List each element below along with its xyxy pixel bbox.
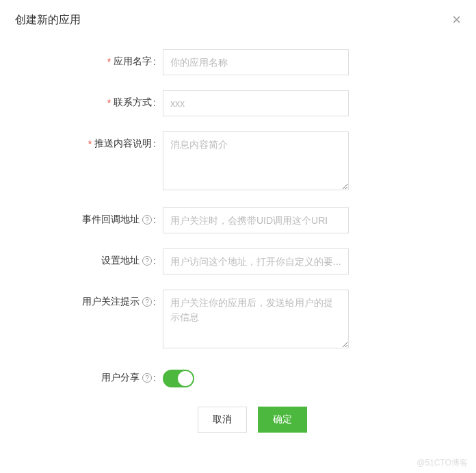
help-icon[interactable]: ? <box>142 373 152 383</box>
confirm-button[interactable]: 确定 <box>258 407 307 433</box>
contact-input[interactable] <box>163 90 349 116</box>
required-marker: * <box>107 56 111 67</box>
push-desc-textarea[interactable] <box>163 131 349 190</box>
app-name-input[interactable] <box>163 49 349 75</box>
required-marker: * <box>107 97 111 108</box>
user-share-label: 用户分享 ? : <box>0 366 156 384</box>
callback-url-input[interactable] <box>163 207 349 233</box>
close-icon[interactable]: × <box>452 12 461 27</box>
toggle-knob <box>178 371 193 386</box>
dialog-title: 创建新的应用 <box>15 13 81 27</box>
follow-tip-textarea[interactable] <box>163 290 349 348</box>
setting-addr-input[interactable] <box>163 248 349 274</box>
callback-url-label: 事件回调地址 ? : <box>0 207 156 226</box>
user-share-toggle[interactable] <box>163 370 194 387</box>
create-app-form: * 应用名字 : * 联系方式 : * 推送内容说明 : 事件回调地址 ? <box>0 36 476 433</box>
app-name-label: * 应用名字 : <box>0 49 156 68</box>
help-icon[interactable]: ? <box>142 297 152 307</box>
push-desc-label: * 推送内容说明 : <box>0 131 156 150</box>
help-icon[interactable]: ? <box>142 256 152 266</box>
setting-addr-label: 设置地址 ? : <box>0 248 156 267</box>
follow-tip-label: 用户关注提示 ? : <box>0 290 156 308</box>
help-icon[interactable]: ? <box>142 215 152 225</box>
cancel-button[interactable]: 取消 <box>198 407 247 433</box>
required-marker: * <box>88 138 92 149</box>
contact-label: * 联系方式 : <box>0 90 156 109</box>
watermark: @51CTO博客 <box>416 457 468 469</box>
